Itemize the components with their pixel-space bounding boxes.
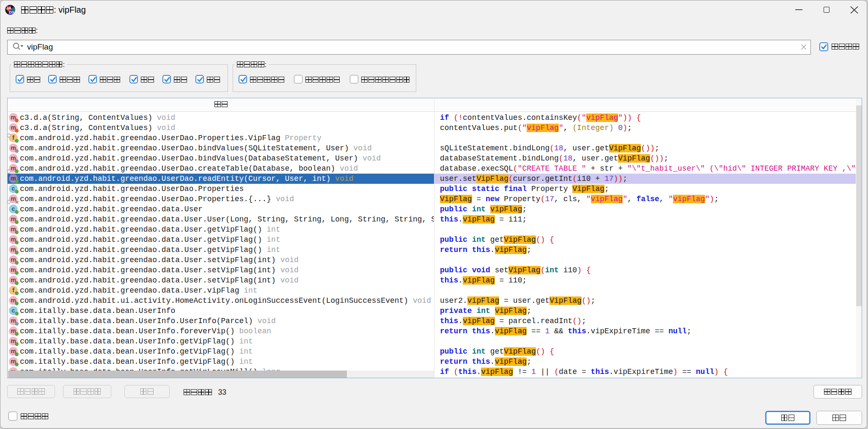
svg-text:DX: DX xyxy=(9,10,15,14)
